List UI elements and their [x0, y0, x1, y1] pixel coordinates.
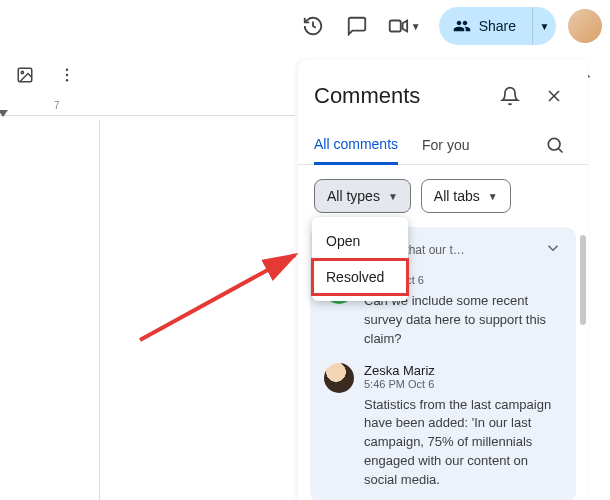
share-dropdown-button[interactable]: ▼: [532, 7, 556, 45]
comment-time: 5:46 PM Oct 6: [364, 378, 562, 390]
dropdown-item-open[interactable]: Open: [312, 223, 408, 259]
comment-body: Statistics from the last campaign have b…: [364, 396, 562, 490]
more-icon[interactable]: [50, 58, 84, 92]
tabs: All comments For you: [298, 126, 588, 165]
comments-panel: Comments All comments For you All types …: [298, 60, 588, 500]
svg-point-3: [21, 71, 23, 73]
scrollbar-thumb[interactable]: [580, 235, 586, 325]
top-app-bar: ▼ Share ▼: [0, 0, 610, 52]
tab-for-you[interactable]: For you: [422, 127, 469, 163]
annotation-arrow: [120, 230, 310, 350]
comment-icon[interactable]: [337, 6, 377, 46]
ruler-tick-7: 7: [54, 100, 60, 111]
filter-types-label: All types: [327, 188, 380, 204]
expand-icon[interactable]: [544, 239, 562, 260]
panel-title: Comments: [314, 83, 484, 109]
history-icon[interactable]: [293, 6, 333, 46]
notifications-icon[interactable]: [492, 78, 528, 114]
svg-line-10: [559, 149, 563, 153]
svg-rect-0: [389, 21, 400, 32]
ruler: 7: [0, 98, 295, 116]
filter-types-chip[interactable]: All types ▼: [314, 179, 411, 213]
account-avatar[interactable]: [568, 9, 602, 43]
caret-down-icon: ▼: [411, 21, 421, 32]
people-icon: [453, 17, 471, 35]
svg-marker-1: [402, 21, 407, 32]
caret-down-icon: ▼: [488, 191, 498, 202]
svg-line-11: [140, 255, 295, 340]
dropdown-item-resolved[interactable]: Resolved: [312, 259, 408, 295]
filter-tabs-label: All tabs: [434, 188, 480, 204]
share-label: Share: [479, 18, 516, 34]
caret-down-icon: ▼: [388, 191, 398, 202]
comment-entry: Zeska Mariz 5:46 PM Oct 6 Statistics fro…: [324, 363, 562, 490]
commenter-avatar: [324, 363, 354, 393]
insert-image-icon[interactable]: [8, 58, 42, 92]
svg-point-6: [66, 79, 68, 81]
share-button[interactable]: Share: [439, 7, 532, 45]
meet-button[interactable]: ▼: [381, 6, 427, 46]
ruler-indent-marker[interactable]: [0, 110, 8, 117]
svg-point-4: [66, 69, 68, 71]
filter-tabs-chip[interactable]: All tabs ▼: [421, 179, 511, 213]
document-page[interactable]: [0, 120, 100, 500]
close-icon[interactable]: [536, 78, 572, 114]
tab-all-comments[interactable]: All comments: [314, 126, 398, 165]
filter-row: All types ▼ All tabs ▼ Open Resolved: [298, 165, 588, 227]
svg-point-9: [548, 138, 560, 150]
search-icon[interactable]: [538, 128, 572, 162]
commenter-name: Zeska Mariz: [364, 363, 562, 378]
svg-point-5: [66, 74, 68, 76]
types-dropdown: Open Resolved: [312, 217, 408, 301]
